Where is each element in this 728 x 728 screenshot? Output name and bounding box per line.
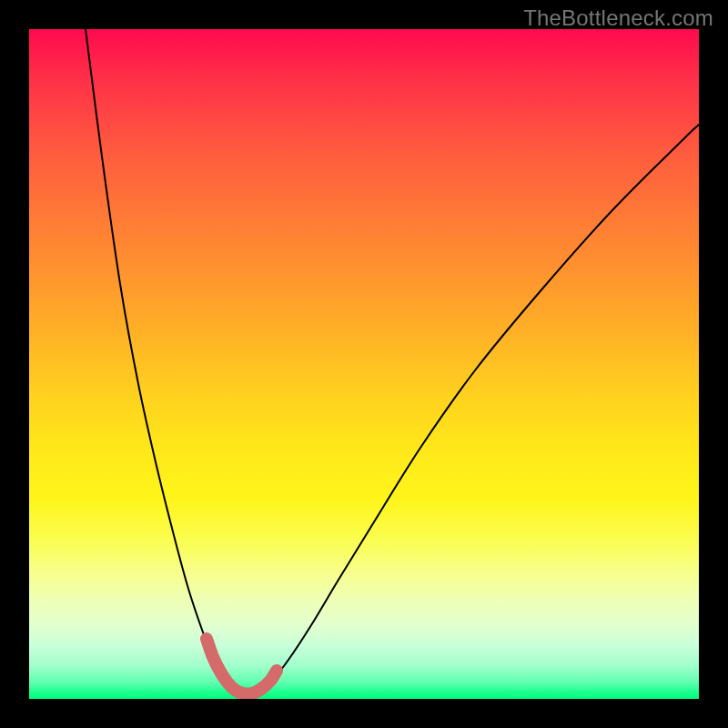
minimum-highlight	[207, 639, 277, 694]
bottleneck-curve	[86, 29, 699, 693]
plot-area	[29, 29, 699, 699]
chart-container: TheBottleneck.com	[0, 0, 728, 728]
curve-layer	[29, 29, 699, 699]
watermark-label: TheBottleneck.com	[523, 5, 713, 31]
